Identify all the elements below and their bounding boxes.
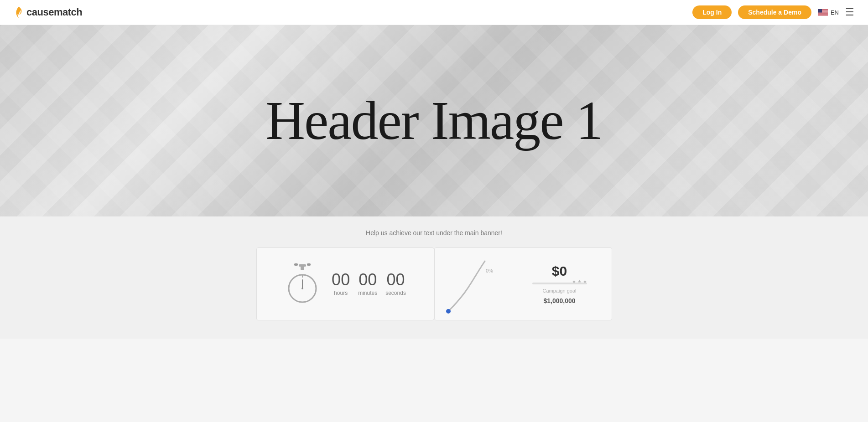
svg-rect-9 [294,263,298,266]
seconds-label: seconds [385,290,406,296]
language-selector[interactable]: EN [818,9,839,16]
progress-stars: ★ ★ ★ [572,279,587,284]
minutes-unit: 00 minutes [358,272,377,296]
star-icon-3: ★ [583,279,587,284]
seconds-value: 00 [387,272,405,288]
star-icon-2: ★ [577,279,582,284]
campaign-amount: $0 [552,263,567,279]
campaign-info: $0 ★ ★ ★ Campaign goal $1,000,000 [508,263,612,304]
schedule-demo-button[interactable]: Schedule a Demo [738,5,811,19]
hero-banner: Header Image 1 [0,25,868,216]
svg-text:0%: 0% [486,268,493,273]
sub-banner-text: Help us achieve our text under the main … [0,229,868,237]
svg-rect-4 [818,13,828,13]
login-button[interactable]: Log In [692,5,732,19]
logo-area: causematch [14,6,82,19]
campaign-chart-svg: 0% [435,247,508,320]
minutes-value: 00 [359,272,377,288]
campaign-goal-label: Campaign goal [543,288,577,293]
sub-banner: Help us achieve our text under the main … [0,216,868,237]
lang-code: EN [831,9,839,16]
svg-rect-6 [818,15,828,15]
us-flag-icon [818,9,828,15]
hours-label: hours [334,290,348,296]
widgets-row: 00 hours 00 minutes 00 seconds 0% [0,237,868,339]
stopwatch-icon [284,263,321,304]
navbar: causematch Log In Schedule a Demo EN ☰ [0,0,868,25]
svg-rect-11 [301,266,304,270]
campaign-widget: 0% $0 ★ ★ ★ Campaign goal $1,000,000 [434,247,612,320]
svg-rect-5 [818,14,828,14]
navbar-actions: Log In Schedule a Demo EN ☰ [692,5,854,19]
minutes-label: minutes [358,290,377,296]
hero-title: Header Image 1 [265,89,602,152]
progress-container: ★ ★ ★ [532,283,587,284]
campaign-chart: 0% [435,247,508,320]
svg-rect-10 [307,263,311,266]
logo-text: causematch [26,6,82,18]
countdown-numbers: 00 hours 00 minutes 00 seconds [332,272,406,296]
countdown-widget: 00 hours 00 minutes 00 seconds [256,247,434,320]
hours-value: 00 [332,272,350,288]
hamburger-menu-icon[interactable]: ☰ [845,7,854,17]
hours-unit: 00 hours [332,272,350,296]
star-icon-1: ★ [572,279,576,284]
svg-point-16 [446,309,451,314]
campaign-goal-amount: $1,000,000 [543,297,575,304]
seconds-unit: 00 seconds [385,272,406,296]
svg-rect-7 [818,9,822,13]
logo-flame-icon [14,6,24,19]
